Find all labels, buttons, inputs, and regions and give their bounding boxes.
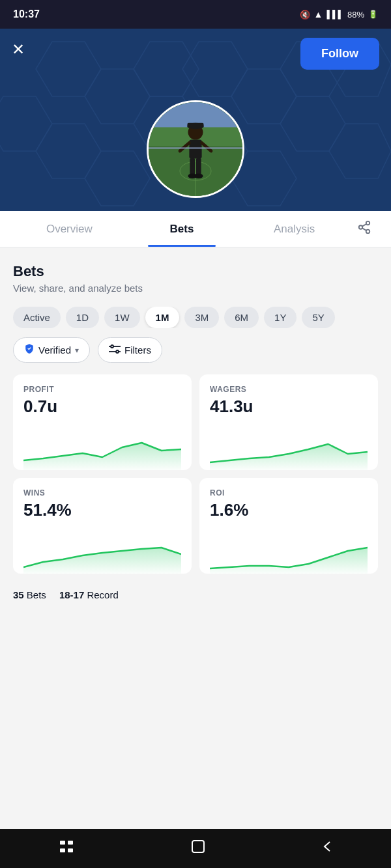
- wins-card: WINS 51.4%: [13, 478, 192, 574]
- chip-5y[interactable]: 5Y: [302, 307, 334, 328]
- wagers-card: WAGERS 41.3u: [199, 374, 378, 470]
- hero-section: ✕ Follow: [0, 29, 391, 211]
- profit-chart: [23, 425, 181, 470]
- bottom-nav: [0, 829, 391, 868]
- summary-row: 35 Bets 18-17 Record: [13, 584, 378, 603]
- chip-6m[interactable]: 6M: [224, 307, 259, 328]
- battery-icon: 🔋: [368, 10, 378, 19]
- svg-marker-1: [85, 69, 150, 124]
- tab-analysis[interactable]: Analysis: [238, 212, 351, 246]
- chevron-down-icon: ▾: [75, 346, 79, 355]
- status-time: 10:37: [13, 8, 40, 20]
- roi-label: ROI: [210, 488, 368, 497]
- wins-value: 51.4%: [23, 500, 181, 520]
- wagers-chart: [210, 425, 368, 470]
- chip-3m[interactable]: 3M: [184, 307, 219, 328]
- svg-rect-47: [68, 848, 73, 852]
- roi-chart: [210, 528, 368, 574]
- svg-point-32: [359, 225, 363, 229]
- verified-label: Verified: [38, 344, 71, 356]
- wagers-label: WAGERS: [210, 385, 368, 394]
- section-subtitle: View, share, and analyze bets: [13, 283, 378, 294]
- svg-rect-44: [60, 841, 65, 845]
- svg-rect-46: [60, 848, 65, 852]
- nav-menu-icon[interactable]: [57, 839, 76, 858]
- profit-label: PROFIT: [23, 385, 181, 394]
- wins-chart: [23, 528, 181, 574]
- svg-rect-30: [149, 147, 242, 149]
- filter-row2: Verified ▾ Filters: [13, 337, 378, 363]
- wins-label: WINS: [23, 488, 181, 497]
- signal-icon: ▌▌▌: [326, 10, 343, 19]
- avatar: [147, 100, 244, 198]
- svg-line-34: [362, 228, 366, 231]
- chip-1w[interactable]: 1W: [104, 307, 140, 328]
- filters-button[interactable]: Filters: [98, 337, 162, 363]
- tab-overview[interactable]: Overview: [13, 212, 126, 246]
- shield-icon: [24, 343, 35, 357]
- nav-back-icon[interactable]: [321, 839, 334, 858]
- svg-marker-3: [182, 42, 248, 96]
- profit-card: PROFIT 0.7u: [13, 374, 192, 470]
- mute-icon: 🔇: [300, 10, 310, 20]
- stats-grid: PROFIT 0.7u: [13, 374, 378, 574]
- verified-filter[interactable]: Verified ▾: [13, 337, 90, 363]
- svg-rect-27: [196, 158, 201, 175]
- chip-1y[interactable]: 1Y: [264, 307, 297, 328]
- status-bar: 10:37 🔇 ▲ ▌▌▌ 88% 🔋: [0, 0, 391, 29]
- svg-rect-22: [188, 123, 204, 128]
- svg-rect-48: [192, 841, 204, 852]
- roi-value: 1.6%: [210, 500, 368, 520]
- status-icons: 🔇 ▲ ▌▌▌ 88% 🔋: [300, 9, 378, 20]
- chip-active[interactable]: Active: [13, 307, 61, 328]
- svg-marker-9: [85, 151, 150, 206]
- svg-marker-14: [329, 124, 391, 178]
- svg-point-29: [194, 173, 203, 178]
- battery-label: 88%: [347, 10, 364, 20]
- roi-card: ROI 1.6%: [199, 478, 378, 574]
- share-icon[interactable]: [351, 210, 378, 248]
- tab-bets[interactable]: Bets: [126, 212, 239, 246]
- svg-marker-41: [210, 444, 368, 470]
- chip-1d[interactable]: 1D: [66, 307, 99, 328]
- close-button[interactable]: ✕: [12, 40, 25, 59]
- svg-point-33: [366, 230, 370, 234]
- tabs-bar: Overview Bets Analysis: [0, 211, 391, 247]
- chip-1m[interactable]: 1M: [145, 307, 180, 328]
- svg-rect-45: [68, 841, 73, 845]
- svg-marker-10: [134, 42, 199, 96]
- svg-point-38: [111, 345, 113, 348]
- svg-point-39: [116, 350, 119, 353]
- svg-marker-5: [280, 96, 345, 151]
- wifi-icon: ▲: [314, 9, 323, 20]
- svg-marker-8: [36, 124, 101, 178]
- content-area: Bets View, share, and analyze bets Activ…: [0, 247, 391, 613]
- filters-icon: [109, 344, 121, 356]
- time-filter-row: Active 1D 1W 1M 3M 6M 1Y 5Y: [13, 307, 378, 328]
- bets-summary: 35 Bets: [13, 589, 46, 600]
- nav-home-icon[interactable]: [190, 838, 207, 859]
- filters-label: Filters: [124, 344, 151, 356]
- follow-button[interactable]: Follow: [300, 38, 379, 70]
- svg-marker-7: [0, 96, 52, 151]
- profit-value: 0.7u: [23, 397, 181, 417]
- section-title: Bets: [13, 263, 378, 280]
- record-summary: 18-17 Record: [59, 589, 119, 600]
- wagers-value: 41.3u: [210, 397, 368, 417]
- svg-marker-0: [36, 42, 101, 96]
- svg-point-31: [366, 221, 370, 225]
- svg-rect-26: [190, 158, 195, 175]
- svg-line-35: [362, 224, 366, 227]
